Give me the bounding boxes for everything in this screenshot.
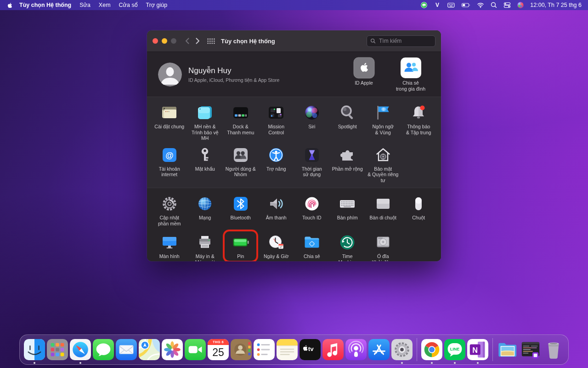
- back-button[interactable]: [185, 37, 190, 45]
- pref-siri[interactable]: Siri: [294, 103, 330, 141]
- time-machine-icon: [338, 233, 356, 252]
- pref-label: Máy in & Máy quét: [195, 253, 215, 261]
- v-input-icon[interactable]: V: [434, 1, 441, 9]
- menu-window[interactable]: Cửa sổ: [115, 2, 142, 8]
- dock-trash[interactable]: [543, 339, 564, 360]
- dock-photos[interactable]: [162, 339, 183, 360]
- spotlight-search-icon[interactable]: [490, 1, 498, 9]
- pref-extensions[interactable]: Phần mở rộng: [330, 145, 366, 184]
- dock-launchpad[interactable]: [47, 339, 68, 360]
- forward-button[interactable]: [195, 37, 200, 45]
- pref-screen-time[interactable]: Thời gian sử dụng: [294, 145, 330, 184]
- apple-id-button[interactable]: ID Apple: [345, 57, 383, 92]
- pref-internet-accounts[interactable]: @Tài khoản internet: [152, 145, 187, 184]
- apple-menu-icon[interactable]: [6, 2, 13, 9]
- search-input[interactable]: [378, 37, 432, 45]
- family-sharing-button[interactable]: Chia sẻ trong gia đình: [391, 57, 430, 92]
- extensions-icon: [338, 146, 356, 164]
- pref-displays[interactable]: Màn hình: [152, 232, 187, 261]
- dock-pictures-folder[interactable]: [497, 339, 518, 360]
- svg-text:LINE: LINE: [423, 5, 426, 6]
- dock-facetime[interactable]: [185, 339, 206, 360]
- dock-tv[interactable]: tv: [300, 339, 321, 360]
- dock-separator: [492, 338, 493, 361]
- dock-maps[interactable]: [139, 339, 160, 360]
- system-preferences-window: Tùy chọn Hệ thống Nguyễn Huy ID Apple, i…: [147, 30, 441, 261]
- svg-text:tv: tv: [308, 345, 314, 352]
- pref-dock[interactable]: Dock & Thanh menu: [223, 103, 259, 141]
- calendar-icon: THG 625: [208, 339, 229, 360]
- minimize-button[interactable]: [162, 38, 167, 44]
- pref-mouse[interactable]: Chuột: [401, 194, 437, 229]
- pref-notifications[interactable]: Thông báo & Tập trung: [401, 103, 437, 141]
- svg-text:@: @: [165, 150, 174, 160]
- dock-system-preferences[interactable]: [391, 339, 413, 360]
- menu-bar: Tùy chọn Hệ thốngSửaXemCửa sổTrợ giúp LI…: [0, 0, 588, 10]
- pref-accessibility[interactable]: Trợ năng: [259, 145, 294, 184]
- menu-system-preferences[interactable]: Tùy chọn Hệ thống: [15, 2, 75, 8]
- pref-touch-id[interactable]: Touch ID: [294, 194, 330, 229]
- network-icon: [196, 195, 214, 213]
- menu-view[interactable]: Xem: [95, 2, 115, 8]
- pref-startup-disk[interactable]: Ổ đĩa Khởi động: [365, 232, 401, 261]
- pref-software-update[interactable]: Cập nhật phần mềm: [152, 194, 187, 229]
- dock-contacts[interactable]: [231, 339, 252, 360]
- pref-security[interactable]: Bảo mật & Quyền riêng tư: [365, 145, 401, 184]
- pref-label: MH nền & Trình bảo vệ MH: [187, 124, 223, 141]
- account-meta: Nguyễn Huy ID Apple, iCloud, Phương tiện…: [188, 66, 279, 83]
- pref-mission-control[interactable]: Mission Control: [259, 103, 294, 141]
- menu-edit[interactable]: Sửa: [75, 2, 95, 8]
- pref-bluetooth[interactable]: Bluetooth: [223, 194, 259, 229]
- dock-chrome[interactable]: [421, 339, 442, 360]
- dock-line[interactable]: LINE: [444, 339, 465, 360]
- pref-battery[interactable]: Pin: [223, 232, 259, 261]
- show-all-grid-icon[interactable]: [207, 38, 215, 45]
- dock-onenote[interactable]: N: [467, 339, 488, 360]
- dock-podcasts[interactable]: [345, 339, 367, 360]
- dock-finder[interactable]: [24, 339, 45, 360]
- pref-datetime[interactable]: 17Ngày & Giờ: [259, 232, 294, 261]
- pref-desktop[interactable]: MH nền & Trình bảo vệ MH: [187, 103, 223, 141]
- user-avatar[interactable]: [158, 63, 182, 86]
- menu-help[interactable]: Trợ giúp: [142, 2, 172, 8]
- pref-printers[interactable]: Máy in & Máy quét: [187, 232, 223, 261]
- pref-general[interactable]: Cài đặt chung: [152, 103, 187, 141]
- pref-keyboard[interactable]: Bàn phím: [330, 194, 366, 229]
- fullscreen-button[interactable]: [171, 38, 176, 44]
- menu-bar-status: LINEV 12:00, Th 7 25 thg 6: [420, 1, 582, 9]
- security-icon: [374, 146, 392, 164]
- dock-safari[interactable]: [70, 339, 91, 360]
- menu-bar-clock[interactable]: 12:00, Th 7 25 thg 6: [530, 2, 582, 8]
- search-field[interactable]: [367, 35, 435, 47]
- window-title: Tùy chọn Hệ thống: [221, 38, 275, 45]
- pref-label: Bảo mật & Quyền riêng tư: [365, 166, 401, 184]
- dock-mail[interactable]: [116, 339, 137, 360]
- control-center-icon[interactable]: [503, 1, 511, 9]
- line-app-icon[interactable]: LINE: [420, 1, 428, 9]
- dock-reminders[interactable]: [254, 339, 275, 360]
- passwords-icon: [196, 146, 214, 164]
- pref-time-machine[interactable]: Time Machine: [330, 232, 366, 261]
- pref-language[interactable]: Ngôn ngữ & Vùng: [365, 103, 401, 141]
- dock-separator: [417, 338, 417, 361]
- dock-messages[interactable]: [93, 339, 114, 360]
- pref-network[interactable]: Mạng: [187, 194, 223, 229]
- pref-sharing[interactable]: Chia sẻ: [294, 232, 330, 261]
- dock-notes[interactable]: [277, 339, 298, 360]
- pref-passwords[interactable]: Mật khẩu: [187, 145, 223, 184]
- close-button[interactable]: [153, 38, 158, 44]
- dock-calendar[interactable]: THG 625: [208, 339, 229, 360]
- dock-window-thumbnail[interactable]: [520, 339, 541, 360]
- pref-users[interactable]: Người dùng & Nhóm: [223, 145, 259, 184]
- input-source-icon[interactable]: [447, 1, 455, 9]
- pref-spotlight[interactable]: Spotlight: [330, 103, 366, 141]
- wifi-icon[interactable]: [477, 1, 484, 9]
- dock-music[interactable]: [322, 339, 344, 360]
- pref-trackpad[interactable]: Bàn di chuột: [365, 194, 401, 229]
- account-name: Nguyễn Huy: [188, 66, 279, 75]
- siri-status-icon[interactable]: [517, 1, 524, 9]
- dock-app-store[interactable]: [368, 339, 390, 360]
- pref-sound[interactable]: Âm thanh: [259, 194, 294, 229]
- battery-status-icon[interactable]: [461, 1, 471, 9]
- pref-label: Ổ đĩa Khởi động: [372, 253, 394, 261]
